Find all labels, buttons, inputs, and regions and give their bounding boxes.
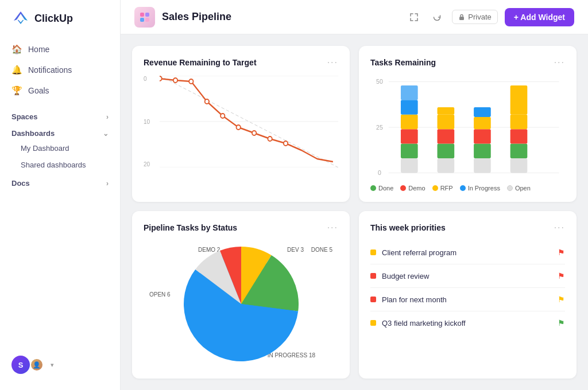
- sidebar-item-home[interactable]: 🏠 Home: [0, 39, 120, 60]
- legend-done-label: Done: [378, 185, 393, 192]
- svg-rect-36: [474, 144, 491, 158]
- svg-rect-35: [474, 158, 491, 173]
- user-avatar[interactable]: S: [11, 356, 30, 374]
- widget-revenue-header: Revenue Remaining to Target ···: [144, 57, 338, 68]
- revenue-line-chart: [160, 76, 338, 167]
- legend-open-label: Open: [515, 185, 531, 192]
- svg-rect-3: [145, 18, 149, 22]
- widget-revenue-menu[interactable]: ···: [327, 57, 338, 68]
- svg-rect-27: [401, 115, 418, 129]
- svg-rect-25: [401, 144, 418, 158]
- widget-pipeline-status: Pipeline Tasks by Status ··· DEV 3 DEMO …: [132, 211, 350, 379]
- sidebar-section-docs[interactable]: Docs ›: [0, 173, 120, 190]
- widget-priorities-menu[interactable]: ···: [554, 223, 565, 233]
- legend-rfp: RFP: [432, 185, 453, 192]
- legend-demo: Demo: [400, 185, 425, 192]
- sidebar: ClickUp 🏠 Home 🔔 Notifications 🏆 Goals S…: [0, 0, 121, 390]
- svg-point-15: [252, 131, 256, 135]
- svg-rect-26: [401, 129, 418, 143]
- widget-revenue: Revenue Remaining to Target ··· 20 10 0: [132, 46, 350, 202]
- svg-rect-2: [140, 18, 144, 22]
- priority-dot-0: [370, 249, 376, 255]
- svg-rect-41: [510, 144, 528, 158]
- pie-label-open: OPEN 6: [149, 291, 171, 298]
- svg-point-12: [205, 99, 209, 104]
- svg-rect-30: [438, 158, 455, 173]
- priority-dot-1: [370, 273, 376, 279]
- svg-rect-37: [474, 129, 491, 143]
- refresh-icon: [432, 13, 442, 22]
- legend-done-dot: [370, 185, 376, 191]
- svg-rect-40: [510, 158, 528, 173]
- sidebar-item-notifications[interactable]: 🔔 Notifications: [0, 60, 120, 80]
- logo-area[interactable]: ClickUp: [0, 9, 120, 39]
- refresh-button[interactable]: [429, 9, 445, 25]
- svg-rect-29: [401, 85, 418, 100]
- priority-item-3: Q3 field marketing kickoff ⚑: [370, 311, 565, 334]
- widget-tasks-menu[interactable]: ···: [554, 57, 565, 68]
- priority-label-2: Plan for next month: [382, 295, 447, 304]
- priority-item-2: Plan for next month ⚑: [370, 288, 565, 311]
- sidebar-item-home-label: Home: [28, 45, 49, 54]
- pie-chart-main: [184, 247, 299, 361]
- sidebar-section-spaces[interactable]: Spaces ›: [0, 107, 120, 123]
- main-area: Sales Pipeline Private + Add Widget: [121, 0, 588, 390]
- svg-point-10: [173, 78, 177, 83]
- spaces-chevron-icon: ›: [106, 113, 109, 121]
- priority-flag-0: ⚑: [558, 248, 565, 257]
- revenue-chart-svg-area: [160, 76, 338, 167]
- widget-tasks-remaining: Tasks Remaining ··· 50 25 0: [359, 46, 577, 202]
- shared-dashboards-label: Shared dashboards: [21, 161, 86, 169]
- priority-dot-3: [370, 320, 376, 326]
- sidebar-item-notifications-label: Notifications: [28, 65, 72, 75]
- priority-label-1: Budget review: [382, 272, 429, 280]
- dashboards-label: Dashboards: [11, 129, 55, 138]
- legend-open-dot: [507, 185, 513, 191]
- svg-text:50: 50: [376, 78, 383, 85]
- widget-revenue-title: Revenue Remaining to Target: [144, 58, 257, 67]
- page-title: Sales Pipeline: [162, 11, 231, 23]
- avatar-dropdown-icon[interactable]: ▾: [51, 361, 54, 369]
- pie-chart-area: DEV 3 DEMO 2 OPEN 6 DONE 5 IN PROGRESS 1…: [144, 241, 338, 367]
- sidebar-section-dashboards[interactable]: Dashboards ⌄: [0, 123, 120, 140]
- expand-button[interactable]: [406, 9, 422, 25]
- priority-flag-3: ⚑: [558, 318, 565, 327]
- goals-icon: 🏆: [11, 85, 22, 96]
- my-dashboard-label: My Dashboard: [21, 144, 69, 153]
- sidebar-item-shared-dashboards[interactable]: Shared dashboards: [0, 157, 120, 173]
- legend-rfp-dot: [432, 185, 438, 191]
- svg-rect-1: [145, 13, 149, 17]
- tasks-bar-chart-area: 50 25 0: [370, 76, 565, 190]
- priority-label-3: Q3 field marketing kickoff: [382, 319, 466, 327]
- svg-point-16: [268, 136, 272, 141]
- private-badge: Private: [452, 10, 497, 24]
- widget-pipeline-menu[interactable]: ···: [327, 223, 338, 233]
- widget-priorities-header: This week priorities ···: [370, 223, 565, 233]
- docs-chevron-icon: ›: [106, 180, 109, 188]
- tasks-bar-chart: 50 25 0: [370, 76, 565, 179]
- svg-point-14: [237, 125, 241, 130]
- legend-inprogress-label: In Progress: [468, 185, 500, 192]
- bell-icon: 🔔: [11, 65, 22, 75]
- sidebar-item-my-dashboard[interactable]: My Dashboard: [0, 140, 120, 157]
- add-widget-button[interactable]: + Add Widget: [505, 8, 574, 26]
- svg-text:25: 25: [376, 124, 383, 131]
- sidebar-footer: S 👤 ▾: [0, 349, 120, 381]
- topbar: Sales Pipeline Private + Add Widget: [121, 0, 588, 34]
- user-avatar-secondary: 👤: [30, 358, 44, 372]
- home-icon: 🏠: [11, 44, 22, 54]
- widget-priorities-title: This week priorities: [370, 223, 446, 232]
- priority-item-0: Client referral program ⚑: [370, 241, 565, 264]
- widget-tasks-header: Tasks Remaining ···: [370, 57, 565, 68]
- svg-rect-39: [474, 107, 491, 117]
- legend-done: Done: [370, 185, 393, 192]
- svg-text:0: 0: [378, 169, 381, 176]
- svg-rect-24: [401, 158, 418, 173]
- svg-rect-0: [140, 13, 144, 17]
- legend-demo-dot: [400, 185, 406, 191]
- svg-rect-32: [438, 129, 455, 143]
- sidebar-item-goals[interactable]: 🏆 Goals: [0, 80, 120, 101]
- svg-rect-44: [510, 85, 528, 115]
- sidebar-item-goals-label: Goals: [28, 86, 49, 95]
- svg-rect-33: [438, 115, 455, 129]
